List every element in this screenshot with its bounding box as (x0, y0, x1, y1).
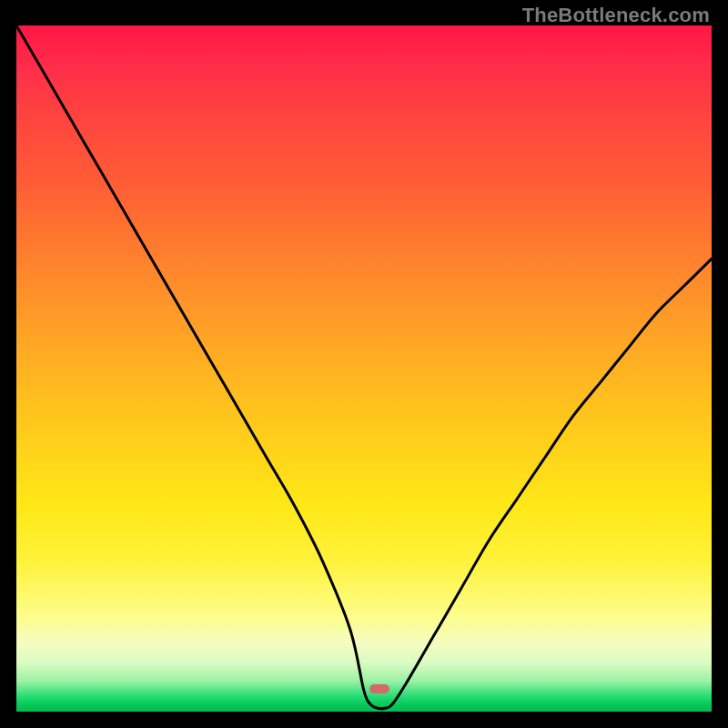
optimal-marker (369, 684, 389, 693)
bottleneck-curve (16, 25, 712, 712)
watermark-text: TheBottleneck.com (522, 4, 710, 27)
plot-area (16, 25, 712, 712)
curve-path (16, 25, 712, 709)
chart-frame: TheBottleneck.com (0, 0, 728, 728)
